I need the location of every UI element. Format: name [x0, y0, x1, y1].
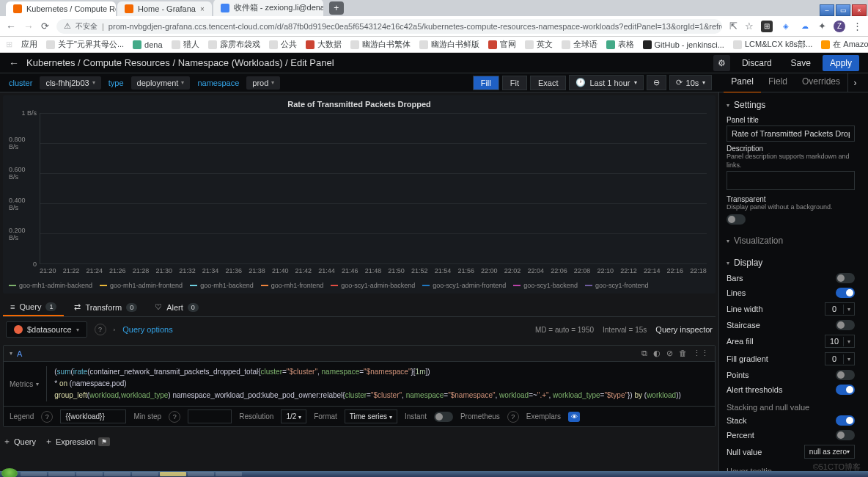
browser-tab[interactable]: 收件箱 - zexiong.li@dena.jp -×	[213, 0, 323, 16]
bars-toggle[interactable]	[836, 273, 855, 283]
bookmark-item[interactable]: 幽游白书鲜版	[419, 39, 479, 50]
forward-button[interactable]: →	[23, 21, 34, 32]
stack-toggle[interactable]	[836, 415, 855, 426]
points-toggle[interactable]	[836, 370, 855, 380]
browser-tab[interactable]: Home - Grafana×	[117, 1, 212, 16]
tab-alert[interactable]: ♡Alert0	[147, 299, 206, 316]
chevron-right-icon[interactable]: ›	[114, 327, 116, 333]
url-input[interactable]: ⚠ 不安全 | prom-nvbgdjen-grafana.ccs.tencen…	[56, 19, 722, 34]
section-heading[interactable]: Visualization	[727, 233, 855, 249]
share-icon[interactable]: ⇱	[729, 21, 738, 32]
description-input[interactable]	[727, 171, 855, 190]
refresh-picker[interactable]: ⟳10s▾	[669, 75, 713, 90]
bookmark-item[interactable]: 表格	[606, 39, 634, 50]
lines-toggle[interactable]	[836, 288, 855, 298]
bookmark-item[interactable]: 公共	[269, 39, 297, 50]
bookmark-item[interactable]: 应用	[21, 39, 37, 50]
time-range-picker[interactable]: 🕐Last 1 hour▾	[569, 75, 643, 90]
query-header[interactable]: ▾ A ⧉ ◐ ⊘ 🗑 ⋮⋮	[4, 346, 715, 362]
bookmark-item[interactable]: GitHub - jenkinsci...	[643, 40, 724, 49]
legend-item[interactable]: goo-mh1-backend	[190, 282, 254, 289]
star-icon[interactable]: ☆	[745, 21, 754, 32]
legend-input[interactable]	[60, 409, 126, 423]
bookmark-item[interactable]: 关于"元界其母公...	[46, 39, 124, 50]
chart-area[interactable]: 1 B/s0.800 B/s0.600 B/s0.400 B/s0.200 B/…	[9, 113, 710, 277]
settings-button[interactable]: ⚙	[713, 55, 730, 71]
legend-item[interactable]: goo-scy1-frontend	[585, 282, 649, 289]
collapse-sidebar-button[interactable]: ›	[847, 73, 862, 93]
tab-overrides[interactable]: Overrides	[795, 73, 847, 93]
bookmark-item[interactable]: 全球语	[562, 39, 597, 50]
legend-item[interactable]: goo-mh1-admin-backend	[9, 282, 92, 289]
percent-toggle[interactable]	[836, 430, 855, 440]
info-icon[interactable]: ?	[95, 324, 106, 335]
min-step-input[interactable]	[188, 409, 232, 423]
staircase-toggle[interactable]	[836, 320, 855, 330]
alert-thresholds-toggle[interactable]	[836, 385, 855, 395]
fill-button[interactable]: Fill	[473, 76, 499, 90]
tab-query[interactable]: ≡Query1	[3, 299, 64, 316]
legend-item[interactable]: goo-scy1-admin-frontend	[422, 282, 506, 289]
query-inspector-link[interactable]: Query inspector	[655, 325, 713, 334]
minimize-button[interactable]: –	[820, 4, 834, 16]
disable-icon[interactable]: ⊘	[666, 349, 673, 358]
legend-item[interactable]: goo-mh1-admin-frontend	[100, 282, 183, 289]
close-button[interactable]: ×	[852, 4, 867, 16]
bookmark-item[interactable]: 大数据	[306, 39, 342, 50]
null-value-select[interactable]: null as zero▾	[804, 445, 855, 459]
line-width-select[interactable]: ▾	[825, 302, 855, 316]
ext-icon[interactable]: ☁	[799, 21, 811, 32]
save-button[interactable]: Save	[784, 55, 818, 71]
legend-item[interactable]: goo-scy1-admin-backend	[331, 282, 415, 289]
instant-toggle[interactable]	[434, 412, 453, 422]
exemplars-toggle[interactable]: 👁	[568, 412, 580, 422]
browser-tab[interactable]: Kubernetes / Compute Resou×	[6, 1, 116, 16]
zoom-out-button[interactable]: ⊖	[647, 75, 666, 90]
toggle-icon[interactable]: ◐	[653, 349, 661, 358]
query-editor[interactable]: (sum(irate(container_network_transmit_pa…	[54, 366, 709, 401]
var-cluster-select[interactable]: cls-fhhj2b03	[40, 76, 100, 90]
bookmark-item[interactable]: 官网	[488, 39, 516, 50]
tab-panel[interactable]: Panel	[724, 73, 761, 93]
new-tab-button[interactable]: +	[329, 1, 344, 15]
section-heading[interactable]: Display	[727, 255, 855, 271]
area-fill-select[interactable]: ▾	[825, 335, 855, 348]
scrollbar[interactable]	[862, 92, 868, 471]
taskbar[interactable]	[0, 471, 868, 477]
datasource-select[interactable]: $datasource▾	[6, 321, 87, 338]
apps-icon[interactable]: ⊞	[6, 40, 12, 49]
drag-icon[interactable]: ⋮⋮	[693, 349, 709, 358]
legend-item[interactable]: goo-mh1-frontend	[261, 282, 324, 289]
resolution-select[interactable]: 1/2 ▾	[281, 409, 306, 423]
bookmark-item[interactable]: 霹雳布袋戏	[208, 39, 260, 50]
var-type-select[interactable]: deployment	[131, 76, 191, 90]
bookmark-item[interactable]: 在 Amazon EKS 上...	[821, 39, 868, 50]
add-query-button[interactable]: ＋ Query	[3, 436, 36, 447]
tab-field[interactable]: Field	[761, 73, 795, 93]
start-button[interactable]	[1, 468, 18, 477]
back-button[interactable]: ←	[6, 21, 16, 32]
maximize-button[interactable]: ▭	[836, 4, 850, 16]
exact-button[interactable]: Exact	[530, 76, 567, 90]
discard-button[interactable]: Discard	[735, 55, 779, 71]
fit-button[interactable]: Fit	[502, 76, 527, 90]
close-icon[interactable]: ×	[200, 5, 205, 13]
avatar[interactable]: Z	[834, 21, 845, 32]
ext-icon[interactable]: ⊞	[761, 21, 773, 32]
var-namespace-select[interactable]: prod	[246, 76, 280, 90]
tab-transform[interactable]: ⇄Transform0	[67, 299, 144, 316]
info-icon[interactable]: ?	[41, 411, 53, 423]
back-arrow-icon[interactable]: ←	[9, 57, 19, 69]
fill-gradient-select[interactable]: ▾	[825, 352, 855, 365]
bookmark-item[interactable]: 英文	[525, 39, 553, 50]
trash-icon[interactable]: 🗑	[679, 349, 687, 358]
format-select[interactable]: Time series ▾	[345, 409, 397, 423]
info-icon[interactable]: ?	[169, 411, 180, 423]
panel-title-input[interactable]	[727, 125, 855, 142]
bookmark-item[interactable]: dena	[133, 40, 162, 49]
reload-button[interactable]: ⟳	[41, 21, 49, 32]
add-expression-button[interactable]: ＋ Expression ⚑	[45, 436, 110, 447]
info-icon[interactable]: ?	[507, 411, 519, 423]
bookmark-item[interactable]: 猎人	[172, 39, 199, 50]
bookmark-item[interactable]: LCM&LCX k8s部...	[733, 39, 812, 50]
